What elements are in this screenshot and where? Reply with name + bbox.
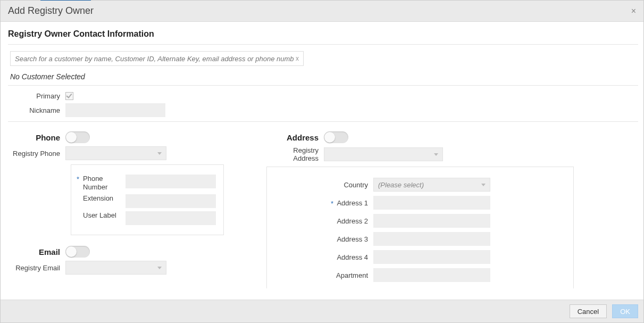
primary-row: Primary — [8, 92, 638, 100]
address2-label: Address 2 — [272, 217, 373, 225]
nickname-input[interactable] — [65, 103, 165, 117]
address4-input[interactable] — [373, 250, 490, 264]
address-toggle[interactable] — [324, 131, 348, 143]
address3-input[interactable] — [373, 232, 490, 246]
extension-row: Extension — [77, 194, 218, 208]
registry-phone-select[interactable] — [65, 146, 166, 160]
dialog-title: Add Registry Owner — [8, 5, 94, 16]
dialog-footer: Cancel OK — [1, 300, 643, 322]
registry-email-select[interactable] — [65, 261, 166, 275]
dialog-body[interactable]: Registry Owner Contact Information x No … — [1, 22, 643, 300]
left-column: Phone Registry Phone * — [8, 128, 224, 278]
address1-label: * Address 1 — [272, 199, 373, 207]
registry-email-label: Registry Email — [8, 264, 65, 272]
registry-phone-label: Registry Phone — [8, 150, 65, 158]
apartment-input[interactable] — [373, 268, 490, 282]
user-label-row: User Label — [77, 211, 218, 225]
primary-label: Primary — [8, 92, 65, 100]
phone-number-input[interactable] — [126, 175, 216, 188]
registry-address-select[interactable] — [324, 147, 443, 161]
dialog-body-wrap: Registry Owner Contact Information x No … — [1, 22, 643, 300]
email-heading: Email — [8, 247, 65, 256]
primary-checkbox[interactable] — [65, 92, 73, 100]
required-star: * — [331, 200, 333, 208]
nickname-row: Nickname — [8, 103, 638, 117]
chevron-down-icon — [157, 267, 162, 269]
close-icon[interactable]: × — [631, 6, 636, 16]
country-placeholder: (Please select) — [378, 181, 424, 189]
registry-email-row: Registry Email — [8, 261, 224, 275]
chevron-down-icon — [157, 152, 162, 155]
user-label-input[interactable] — [126, 211, 216, 225]
search-input[interactable] — [14, 54, 295, 63]
extension-label: Extension — [77, 194, 126, 203]
divider — [8, 121, 638, 122]
extension-input[interactable] — [126, 194, 216, 208]
address-heading: Address — [266, 133, 324, 142]
address4-row: Address 4 — [272, 250, 568, 264]
apartment-label: Apartment — [272, 271, 373, 279]
registry-address-label: Registry Address — [266, 146, 324, 162]
phone-number-label: * Phone Number — [77, 175, 126, 191]
country-select[interactable]: (Please select) — [373, 178, 490, 192]
email-toggle[interactable] — [65, 246, 90, 258]
phone-heading: Phone — [8, 133, 65, 142]
phone-heading-row: Phone — [8, 131, 224, 143]
dialog: Add Registry Owner × Registry Owner Cont… — [0, 0, 644, 323]
no-customer-selected: No Customer Selected — [10, 72, 638, 81]
cancel-button[interactable]: Cancel — [570, 304, 607, 318]
email-heading-row: Email — [8, 246, 224, 258]
country-row: Country (Please select) — [272, 178, 568, 192]
section-title: Registry Owner Contact Information — [8, 29, 638, 39]
address1-input[interactable] — [373, 196, 490, 210]
address2-input[interactable] — [373, 214, 490, 228]
customer-search[interactable]: x — [10, 51, 304, 66]
divider — [8, 44, 638, 45]
chevron-down-icon — [434, 153, 438, 156]
phone-detail-box: * Phone Number Extension User Label — [71, 164, 224, 235]
nickname-label: Nickname — [8, 106, 65, 114]
address3-row: Address 3 — [272, 232, 568, 246]
address2-row: Address 2 — [272, 214, 568, 228]
address1-row: * Address 1 — [272, 196, 568, 210]
address3-label: Address 3 — [272, 235, 373, 243]
apartment-row: Apartment — [272, 268, 568, 282]
registry-address-row: Registry Address — [266, 146, 574, 162]
user-label-label: User Label — [77, 211, 126, 220]
required-star: * — [77, 175, 79, 184]
address-heading-row: Address — [266, 131, 574, 143]
chevron-down-icon — [481, 184, 486, 186]
registry-phone-row: Registry Phone — [8, 146, 224, 160]
dialog-header: Add Registry Owner × — [1, 1, 643, 22]
right-column: Address Registry Address Country — [266, 128, 574, 288]
clear-icon[interactable]: x — [295, 55, 300, 62]
two-column-layout: Phone Registry Phone * — [8, 128, 638, 288]
address4-label: Address 4 — [272, 253, 373, 261]
divider — [8, 85, 638, 86]
phone-toggle[interactable] — [65, 131, 90, 143]
phone-number-row: * Phone Number — [77, 175, 218, 191]
address-detail-box: Country (Please select) * Address 1 — [266, 167, 574, 288]
country-label: Country — [272, 181, 373, 189]
ok-button[interactable]: OK — [612, 304, 638, 318]
